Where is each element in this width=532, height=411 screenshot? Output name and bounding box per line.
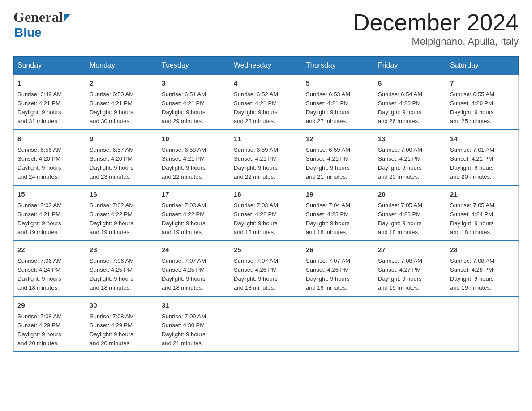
day-info: Sunrise: 7:06 AMSunset: 4:24 PMDaylight:… — [17, 257, 62, 291]
day-info: Sunrise: 7:07 AMSunset: 4:26 PMDaylight:… — [234, 257, 278, 291]
day-info: Sunrise: 7:07 AMSunset: 4:25 PMDaylight:… — [162, 257, 206, 291]
day-info: Sunrise: 7:02 AMSunset: 4:21 PMDaylight:… — [17, 202, 62, 235]
day-info: Sunrise: 7:07 AMSunset: 4:26 PMDaylight:… — [306, 257, 350, 291]
day-info: Sunrise: 7:08 AMSunset: 4:28 PMDaylight:… — [450, 257, 494, 291]
calendar-day-cell: 4 Sunrise: 6:52 AMSunset: 4:21 PMDayligh… — [230, 74, 302, 130]
calendar-day-cell — [230, 296, 302, 352]
day-info: Sunrise: 6:59 AMSunset: 4:21 PMDaylight:… — [234, 146, 278, 180]
calendar-title-block: December 2024 Melpignano, Apulia, Italy — [353, 9, 519, 47]
calendar-day-cell: 5 Sunrise: 6:53 AMSunset: 4:21 PMDayligh… — [302, 74, 374, 130]
calendar-day-cell: 29 Sunrise: 7:08 AMSunset: 4:29 PMDaylig… — [14, 296, 86, 352]
day-info: Sunrise: 7:01 AMSunset: 4:21 PMDaylight:… — [450, 146, 494, 180]
day-number: 12 — [306, 134, 370, 144]
calendar-day-cell: 13 Sunrise: 7:00 AMSunset: 4:21 PMDaylig… — [374, 130, 446, 185]
day-number: 5 — [306, 78, 370, 89]
day-info: Sunrise: 6:56 AMSunset: 4:20 PMDaylight:… — [17, 146, 62, 180]
logo-general-text: General — [13, 9, 63, 26]
day-number: 20 — [378, 189, 442, 200]
calendar-day-cell: 14 Sunrise: 7:01 AMSunset: 4:21 PMDaylig… — [446, 130, 519, 185]
calendar-day-cell: 15 Sunrise: 7:02 AMSunset: 4:21 PMDaylig… — [14, 185, 86, 241]
day-of-week-header: Thursday — [302, 57, 374, 75]
day-number: 13 — [378, 134, 442, 144]
calendar-week-row: 22 Sunrise: 7:06 AMSunset: 4:24 PMDaylig… — [14, 241, 519, 296]
day-info: Sunrise: 7:03 AMSunset: 4:22 PMDaylight:… — [234, 202, 278, 235]
calendar-day-cell: 7 Sunrise: 6:55 AMSunset: 4:20 PMDayligh… — [446, 74, 519, 130]
page-header: General Blue December 2024 Melpignano, A… — [13, 9, 519, 47]
logo-arrow-icon — [64, 14, 70, 21]
calendar-week-row: 29 Sunrise: 7:08 AMSunset: 4:29 PMDaylig… — [14, 296, 519, 352]
calendar-day-cell: 24 Sunrise: 7:07 AMSunset: 4:25 PMDaylig… — [158, 241, 230, 296]
day-info: Sunrise: 7:08 AMSunset: 4:27 PMDaylight:… — [378, 257, 422, 291]
day-number: 8 — [17, 134, 82, 144]
day-number: 15 — [17, 189, 82, 200]
day-number: 24 — [162, 245, 226, 255]
day-number: 21 — [450, 189, 515, 200]
calendar-day-cell: 25 Sunrise: 7:07 AMSunset: 4:26 PMDaylig… — [230, 241, 302, 296]
day-info: Sunrise: 7:00 AMSunset: 4:21 PMDaylight:… — [378, 146, 422, 180]
day-info: Sunrise: 6:53 AMSunset: 4:21 PMDaylight:… — [306, 91, 350, 124]
day-info: Sunrise: 6:50 AMSunset: 4:21 PMDaylight:… — [90, 91, 134, 124]
day-number: 7 — [450, 78, 515, 89]
calendar-day-cell: 17 Sunrise: 7:03 AMSunset: 4:22 PMDaylig… — [158, 185, 230, 241]
calendar-day-cell: 11 Sunrise: 6:59 AMSunset: 4:21 PMDaylig… — [230, 130, 302, 185]
day-number: 14 — [450, 134, 515, 144]
day-number: 11 — [234, 134, 298, 144]
calendar-table: SundayMondayTuesdayWednesdayThursdayFrid… — [13, 56, 519, 352]
day-number: 28 — [450, 245, 515, 255]
calendar-day-cell: 9 Sunrise: 6:57 AMSunset: 4:20 PMDayligh… — [86, 130, 158, 185]
day-of-week-header: Monday — [86, 57, 158, 75]
calendar-day-cell: 16 Sunrise: 7:02 AMSunset: 4:22 PMDaylig… — [86, 185, 158, 241]
day-of-week-header: Wednesday — [230, 57, 302, 75]
day-info: Sunrise: 7:09 AMSunset: 4:30 PMDaylight:… — [162, 313, 206, 347]
calendar-header-row: SundayMondayTuesdayWednesdayThursdayFrid… — [14, 57, 519, 75]
day-info: Sunrise: 6:51 AMSunset: 4:21 PMDaylight:… — [162, 91, 206, 124]
day-number: 25 — [234, 245, 298, 255]
day-number: 2 — [90, 78, 154, 89]
day-info: Sunrise: 7:05 AMSunset: 4:23 PMDaylight:… — [378, 202, 422, 235]
calendar-day-cell: 6 Sunrise: 6:54 AMSunset: 4:20 PMDayligh… — [374, 74, 446, 130]
calendar-day-cell: 2 Sunrise: 6:50 AMSunset: 4:21 PMDayligh… — [86, 74, 158, 130]
day-info: Sunrise: 6:49 AMSunset: 4:21 PMDaylight:… — [17, 91, 62, 124]
day-number: 9 — [90, 134, 154, 144]
calendar-day-cell: 31 Sunrise: 7:09 AMSunset: 4:30 PMDaylig… — [158, 296, 230, 352]
calendar-subtitle: Melpignano, Apulia, Italy — [353, 36, 519, 47]
day-info: Sunrise: 7:06 AMSunset: 4:25 PMDaylight:… — [90, 257, 134, 291]
day-number: 18 — [234, 189, 298, 200]
day-info: Sunrise: 6:59 AMSunset: 4:21 PMDaylight:… — [306, 146, 350, 180]
day-number: 30 — [90, 300, 154, 311]
calendar-day-cell: 1 Sunrise: 6:49 AMSunset: 4:21 PMDayligh… — [14, 74, 86, 130]
calendar-week-row: 1 Sunrise: 6:49 AMSunset: 4:21 PMDayligh… — [14, 74, 519, 130]
day-number: 27 — [378, 245, 442, 255]
day-number: 17 — [162, 189, 226, 200]
day-number: 23 — [90, 245, 154, 255]
day-number: 6 — [378, 78, 442, 89]
day-number: 22 — [17, 245, 82, 255]
day-info: Sunrise: 7:08 AMSunset: 4:29 PMDaylight:… — [90, 313, 134, 347]
day-number: 26 — [306, 245, 370, 255]
calendar-day-cell: 8 Sunrise: 6:56 AMSunset: 4:20 PMDayligh… — [14, 130, 86, 185]
day-number: 19 — [306, 189, 370, 200]
calendar-day-cell: 20 Sunrise: 7:05 AMSunset: 4:23 PMDaylig… — [374, 185, 446, 241]
calendar-title: December 2024 — [353, 9, 519, 36]
calendar-day-cell: 18 Sunrise: 7:03 AMSunset: 4:22 PMDaylig… — [230, 185, 302, 241]
day-info: Sunrise: 7:03 AMSunset: 4:22 PMDaylight:… — [162, 202, 206, 235]
calendar-day-cell: 12 Sunrise: 6:59 AMSunset: 4:21 PMDaylig… — [302, 130, 374, 185]
day-info: Sunrise: 6:57 AMSunset: 4:20 PMDaylight:… — [90, 146, 134, 180]
day-info: Sunrise: 7:02 AMSunset: 4:22 PMDaylight:… — [90, 202, 134, 235]
day-number: 10 — [162, 134, 226, 144]
day-number: 31 — [162, 300, 226, 311]
day-number: 4 — [234, 78, 298, 89]
calendar-day-cell: 23 Sunrise: 7:06 AMSunset: 4:25 PMDaylig… — [86, 241, 158, 296]
logo: General Blue — [13, 9, 70, 40]
day-info: Sunrise: 6:52 AMSunset: 4:21 PMDaylight:… — [234, 91, 278, 124]
day-of-week-header: Friday — [374, 57, 446, 75]
calendar-day-cell: 19 Sunrise: 7:04 AMSunset: 4:23 PMDaylig… — [302, 185, 374, 241]
day-number: 29 — [17, 300, 82, 311]
calendar-day-cell: 21 Sunrise: 7:05 AMSunset: 4:24 PMDaylig… — [446, 185, 519, 241]
calendar-week-row: 15 Sunrise: 7:02 AMSunset: 4:21 PMDaylig… — [14, 185, 519, 241]
calendar-day-cell: 30 Sunrise: 7:08 AMSunset: 4:29 PMDaylig… — [86, 296, 158, 352]
calendar-day-cell — [302, 296, 374, 352]
calendar-day-cell — [446, 296, 519, 352]
day-info: Sunrise: 6:55 AMSunset: 4:20 PMDaylight:… — [450, 91, 494, 124]
calendar-day-cell: 10 Sunrise: 6:58 AMSunset: 4:21 PMDaylig… — [158, 130, 230, 185]
